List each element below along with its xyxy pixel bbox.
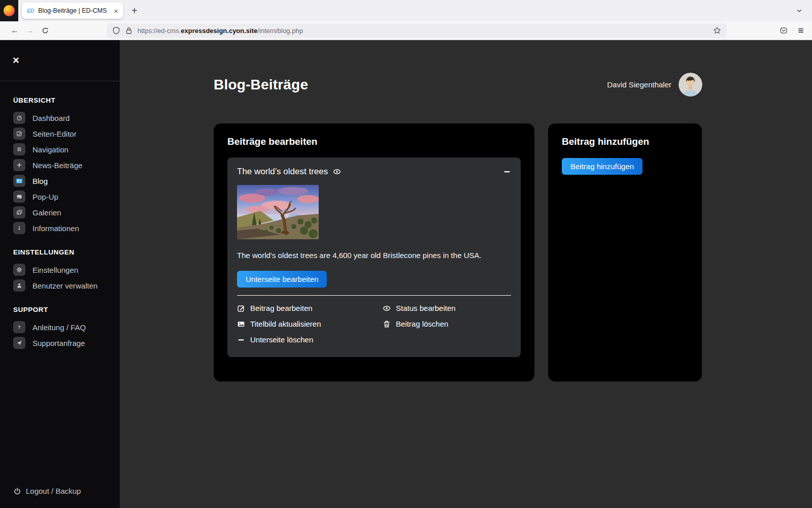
sidebar-close-icon[interactable]: × <box>13 55 19 66</box>
sidebar-item-label: Seiten-Editor <box>32 130 77 138</box>
sidebar-item-navigation[interactable]: Navigation <box>13 143 107 155</box>
power-icon <box>13 487 21 495</box>
page-title: Blog-Beiträge <box>214 77 308 93</box>
nav-section-title: ÜBERSICHT <box>13 97 107 104</box>
sidebar-item-label: Blog <box>32 177 48 185</box>
edit-posts-card: Beiträge bearbeiten The world’s oldest t… <box>214 123 534 382</box>
action-update-title-image[interactable]: Titelbild aktualisieren <box>237 320 383 328</box>
sidebar: × ÜBERSICHT Dashboard Seiten-Editor Navi… <box>0 40 120 508</box>
edit-subpage-button[interactable]: Unterseite bearbeiten <box>237 271 327 288</box>
paper-plane-icon <box>13 337 25 349</box>
url-domain: expressdesign.cyon.site <box>181 27 257 35</box>
url-prefix: https://ed-cms. <box>138 27 181 35</box>
action-label: Status bearbeiten <box>396 304 456 312</box>
add-post-card: Beitrag hinzufügen Beitrag hinzufügen <box>548 123 702 382</box>
sidebar-item-anleitung-faq[interactable]: Anleitung / FAQ <box>13 321 107 333</box>
nav-section-title: EINSTELLUNGEN <box>13 248 107 256</box>
browser-tab-strip: ED Blog-Beiträge | ED-CMS × + <box>0 0 812 21</box>
info-icon <box>13 222 25 234</box>
sidebar-item-label: Anleitung / FAQ <box>32 323 86 332</box>
newspaper-icon <box>13 175 25 187</box>
sidebar-item-label: Informationen <box>32 224 79 233</box>
tab-title: Blog-Beiträge | ED-CMS <box>38 7 110 14</box>
divider <box>237 295 511 296</box>
url-path: /intern/blog.php <box>257 27 303 35</box>
post-description: The world’s oldest trees are 4,600 year … <box>237 251 511 260</box>
sidebar-item-seiten-editor[interactable]: Seiten-Editor <box>13 128 107 140</box>
bars-icon <box>13 143 25 155</box>
action-label: Unterseite löschen <box>250 335 313 344</box>
main-content: Blog-Beiträge David Siegenthaler <box>120 40 812 508</box>
nav-section-einstellungen: EINSTELLUNGEN Einstellungen Benutzer ver… <box>13 248 107 292</box>
sidebar-item-label: Pop-Up <box>32 193 58 201</box>
sidebar-item-galerien[interactable]: Galerien <box>13 206 107 218</box>
action-delete-subpage[interactable]: Unterseite löschen <box>237 335 383 344</box>
pocket-icon[interactable] <box>780 26 788 35</box>
images-icon <box>13 206 25 218</box>
browser-tab[interactable]: ED Blog-Beiträge | ED-CMS × <box>22 3 123 19</box>
user-icon <box>13 279 25 292</box>
firefox-logo-icon <box>4 5 15 16</box>
sidebar-item-news-beitraege[interactable]: News-Beiträge <box>13 159 107 171</box>
add-card-title: Beitrag hinzufügen <box>562 136 688 147</box>
user-box: David Siegenthaler <box>607 73 702 97</box>
sidebar-item-label: Dashboard <box>32 114 70 122</box>
sidebar-item-label: News-Beiträge <box>32 161 82 170</box>
tab-close-icon[interactable]: × <box>114 7 118 15</box>
eye-icon <box>383 304 391 312</box>
avatar[interactable] <box>679 73 702 97</box>
list-all-tabs-chevron-icon[interactable] <box>796 7 803 14</box>
post-header: The world’s oldest trees <box>237 167 511 177</box>
window-icon <box>13 190 25 203</box>
pen-square-icon <box>237 304 245 312</box>
reload-button[interactable] <box>38 26 53 35</box>
sidebar-item-einstellungen[interactable]: Einstellungen <box>13 264 107 276</box>
forward-button: → <box>22 26 38 35</box>
sidebar-item-dashboard[interactable]: Dashboard <box>13 112 107 124</box>
sidebar-item-informationen[interactable]: Informationen <box>13 222 107 234</box>
logout-backup-label: Logout / Backup <box>26 487 81 495</box>
sidebar-item-benutzer-verwalten[interactable]: Benutzer verwalten <box>13 279 107 292</box>
cms-app: × ÜBERSICHT Dashboard Seiten-Editor Navi… <box>0 40 812 508</box>
plus-icon <box>13 159 25 171</box>
logout-backup-link[interactable]: Logout / Backup <box>0 487 120 508</box>
url-text: https://ed-cms.expressdesign.cyon.site/i… <box>138 27 303 35</box>
image-icon <box>237 320 245 328</box>
sidebar-item-pop-up[interactable]: Pop-Up <box>13 190 107 203</box>
bookmark-star-icon[interactable] <box>713 26 721 35</box>
sidebar-item-supportanfrage[interactable]: Supportanfrage <box>13 337 107 349</box>
nav-section-support: SUPPORT Anleitung / FAQ Supportanfrage <box>13 306 107 349</box>
sidebar-nav: ÜBERSICHT Dashboard Seiten-Editor Naviga… <box>0 81 120 487</box>
menu-hamburger-icon[interactable] <box>797 26 805 35</box>
user-name: David Siegenthaler <box>607 80 671 89</box>
action-edit-status[interactable]: Status bearbeiten <box>383 304 511 312</box>
post-actions: Beitrag bearbeiten Status bearbeiten Tit… <box>237 304 511 344</box>
gauge-icon <box>13 112 25 124</box>
back-button[interactable]: ← <box>7 26 22 35</box>
add-post-button[interactable]: Beitrag hinzufügen <box>562 158 642 175</box>
action-edit-post[interactable]: Beitrag bearbeiten <box>237 304 383 312</box>
cards-row: Beiträge bearbeiten The world’s oldest t… <box>214 123 702 382</box>
minus-icon <box>237 336 245 344</box>
nav-section-uebersicht: ÜBERSICHT Dashboard Seiten-Editor Naviga… <box>13 97 107 234</box>
tracking-shield-icon[interactable] <box>112 26 120 35</box>
sidebar-item-label: Einstellungen <box>32 266 78 274</box>
collapse-minus-icon[interactable] <box>503 168 511 176</box>
firefox-corner <box>0 0 18 21</box>
post-panel: The world’s oldest trees <box>227 157 521 357</box>
url-bar[interactable]: https://ed-cms.expressdesign.cyon.site/i… <box>107 23 727 38</box>
pen-square-icon <box>13 128 25 140</box>
sidebar-item-label: Galerien <box>32 208 61 217</box>
main-header: Blog-Beiträge David Siegenthaler <box>214 73 702 97</box>
lock-icon[interactable] <box>125 26 133 35</box>
sidebar-item-blog[interactable]: Blog <box>13 175 107 187</box>
sidebar-item-label: Navigation <box>32 145 69 154</box>
toolbar-right-icons <box>780 26 805 35</box>
new-tab-button[interactable]: + <box>131 5 138 17</box>
post-title: The world’s oldest trees <box>237 167 328 177</box>
question-icon <box>13 321 25 333</box>
eye-icon <box>333 168 341 176</box>
sidebar-header: × <box>0 40 120 81</box>
action-delete-post[interactable]: Beitrag löschen <box>383 320 511 328</box>
action-label: Beitrag löschen <box>396 320 448 328</box>
